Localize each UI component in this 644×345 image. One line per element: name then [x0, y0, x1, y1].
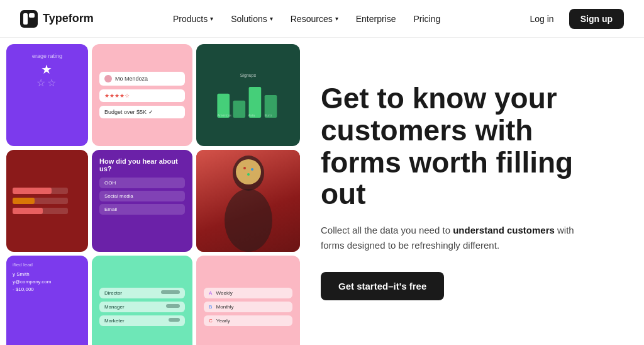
hero-subtext: Collect all the data you need to underst…	[321, 223, 585, 253]
mosaic-grid: erage rating ★ ☆☆ Mo Mendoza ★★★★☆ Budge…	[0, 38, 308, 345]
svg-rect-3	[233, 100, 246, 117]
lead-title: ified lead	[13, 262, 33, 268]
lead-name: y Smith	[13, 271, 30, 277]
svg-point-12	[243, 167, 246, 169]
svg-point-11	[236, 159, 261, 184]
role-item-1: Director	[99, 288, 185, 298]
hero-section: Get to know your customers with forms wo…	[308, 38, 644, 345]
tile-form-fields: Mo Mendoza ★★★★☆ Budget over $5K ✓	[92, 44, 192, 146]
form-field-budget: Budget over $5K ✓	[99, 106, 185, 118]
tile-options: A Weekly B Monthly C Yearly	[196, 256, 300, 345]
survey-option-3: Email	[99, 204, 185, 215]
nav-links: Products ▾ Solutions ▾ Resources ▾ Enter…	[165, 10, 448, 28]
tile-bar-chart: Signups Americas Asia Euro	[196, 44, 300, 146]
logo-icon	[20, 10, 38, 28]
nav-products[interactable]: Products ▾	[165, 10, 221, 28]
option-yearly: C Yearly	[204, 315, 292, 326]
option-weekly: A Weekly	[204, 288, 292, 298]
logo[interactable]: Typeform	[20, 10, 94, 28]
progress-bar-2	[13, 198, 68, 204]
rating-stars: ★	[41, 62, 53, 77]
rating-label: erage rating	[32, 53, 62, 59]
svg-rect-1	[29, 13, 35, 18]
signup-button[interactable]: Sign up	[569, 9, 624, 29]
progress-bar-1	[13, 188, 68, 194]
svg-point-14	[247, 173, 250, 176]
chevron-down-icon: ▾	[335, 15, 338, 22]
nav-actions: Log in Sign up	[520, 9, 624, 29]
main-content: erage rating ★ ☆☆ Mo Mendoza ★★★★☆ Budge…	[0, 38, 644, 345]
role-item-2: Manager	[99, 302, 185, 312]
nav-enterprise[interactable]: Enterprise	[348, 10, 404, 28]
svg-point-13	[251, 168, 253, 171]
cta-button[interactable]: Get started–it's free	[321, 272, 444, 300]
nav-solutions[interactable]: Solutions ▾	[223, 10, 280, 28]
hero-heading: Get to know your customers with forms wo…	[321, 82, 619, 210]
empty-stars: ☆☆	[36, 77, 58, 89]
svg-text:Euro: Euro	[265, 113, 272, 116]
svg-point-10	[225, 189, 272, 252]
chart-label: Signups	[240, 73, 256, 77]
survey-option-1: OOH	[99, 178, 185, 188]
person-icon	[104, 75, 112, 82]
progress-bar-3	[13, 208, 68, 214]
chevron-down-icon: ▾	[210, 15, 213, 22]
tile-person-photo	[196, 150, 300, 252]
bar-chart-svg: Americas Asia Euro	[204, 80, 292, 118]
nav-resources[interactable]: Resources ▾	[283, 10, 346, 28]
option-monthly: B Monthly	[204, 302, 292, 312]
tile-qualified-lead: ified lead y Smith y@company.com - $10,0…	[6, 256, 88, 345]
form-field-rating: ★★★★☆	[99, 89, 185, 102]
navbar: Typeform Products ▾ Solutions ▾ Resource…	[0, 0, 644, 38]
chevron-down-icon: ▾	[270, 15, 273, 22]
tile-star-rating: erage rating ★ ☆☆	[6, 44, 88, 146]
svg-text:Americas: Americas	[217, 113, 231, 116]
survey-title: How did you hear about us?	[99, 157, 185, 172]
lead-budget: - $10,000	[13, 286, 34, 292]
nav-pricing[interactable]: Pricing	[406, 10, 448, 28]
survey-option-2: Social media	[99, 191, 185, 201]
login-button[interactable]: Log in	[520, 9, 564, 29]
person-silhouette	[217, 154, 280, 252]
tile-progress	[6, 150, 88, 252]
svg-text:Asia: Asia	[248, 113, 256, 116]
svg-rect-0	[23, 13, 28, 25]
lead-email: y@company.com	[13, 279, 51, 285]
progress-bars	[13, 188, 82, 214]
logo-text: Typeform	[43, 12, 94, 25]
role-item-3: Marketer	[99, 315, 185, 326]
form-field-name: Mo Mendoza	[99, 72, 185, 86]
tile-role-list: Director Manager Marketer	[92, 256, 192, 345]
tile-survey: How did you hear about us? OOH Social me…	[92, 150, 192, 252]
